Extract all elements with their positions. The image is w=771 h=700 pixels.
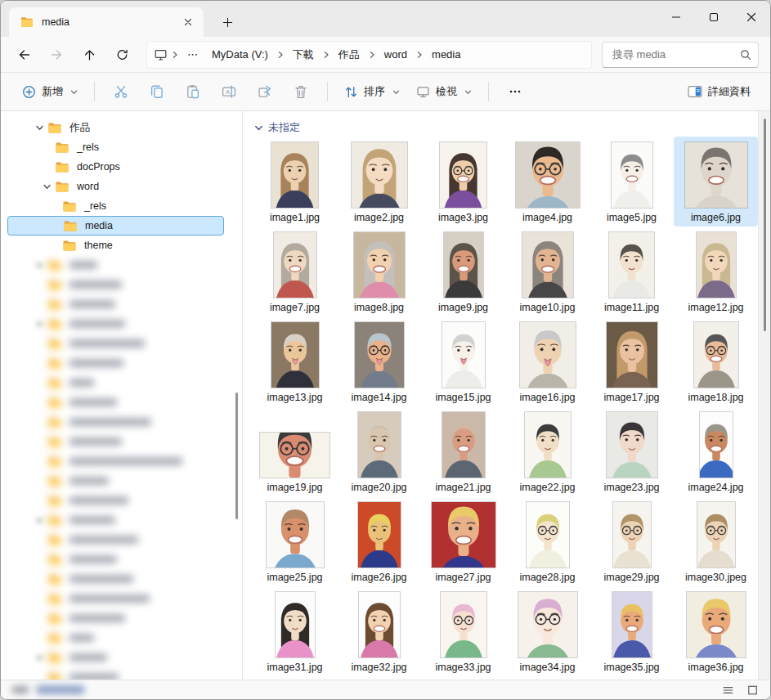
maximize-button[interactable] <box>695 1 733 34</box>
file-tile-image34.jpg[interactable]: image34.jpg <box>505 586 589 676</box>
tree-item-redacted[interactable] <box>7 667 224 680</box>
tree-item-redacted[interactable] <box>7 373 224 393</box>
cut-button[interactable] <box>103 77 139 106</box>
file-tile-image11.jpg[interactable]: image11.jpg <box>589 227 674 316</box>
tree-item-word[interactable]: word <box>7 177 224 196</box>
tree-item-redacted[interactable] <box>7 393 224 412</box>
tree-item-redacted[interactable] <box>7 471 224 491</box>
breadcrumb-item[interactable]: MyData (V:) <box>205 45 275 64</box>
tree-item-_rels[interactable]: _rels <box>7 196 224 216</box>
file-tile-image15.jpg[interactable]: image15.jpg <box>421 316 505 406</box>
content-scrollbar-thumb[interactable] <box>764 119 766 331</box>
tree-item-redacted[interactable] <box>7 628 224 648</box>
minimize-button[interactable] <box>657 1 695 34</box>
breadcrumb-item[interactable]: word <box>378 45 414 64</box>
rename-button[interactable]: A <box>211 77 247 106</box>
delete-button[interactable] <box>283 77 319 106</box>
refresh-button[interactable] <box>107 41 137 69</box>
file-tile-image30.jpeg[interactable]: image30.jpeg <box>674 496 758 586</box>
tab-close-button[interactable] <box>179 13 197 31</box>
file-tile-image16.jpg[interactable]: image16.jpg <box>505 316 589 406</box>
file-tile-image36.jpg[interactable]: image36.jpg <box>674 586 758 676</box>
thumbnail-view-toggle[interactable] <box>742 682 762 698</box>
up-button[interactable] <box>74 41 104 69</box>
file-tile-image4.jpg[interactable]: image4.jpg <box>505 137 589 227</box>
file-tile-image8.jpg[interactable]: image8.jpg <box>337 227 421 316</box>
file-tile-image13.jpg[interactable]: image13.jpg <box>253 316 337 406</box>
file-tile-image14.jpg[interactable]: image14.jpg <box>337 316 421 406</box>
sort-button[interactable]: 排序 <box>336 77 408 106</box>
file-tile-image31.jpg[interactable]: image31.jpg <box>253 586 337 676</box>
tree-item-redacted[interactable] <box>7 510 224 530</box>
share-button[interactable] <box>247 77 283 106</box>
tree-item-redacted[interactable] <box>7 530 224 550</box>
tree-item-redacted[interactable] <box>7 412 224 432</box>
file-tile-image12.jpg[interactable]: image12.jpg <box>674 227 758 316</box>
tree-item-redacted[interactable] <box>7 451 224 471</box>
file-tile-image24.jpg[interactable]: image24.jpg <box>674 406 758 496</box>
file-tile-image28.jpg[interactable]: image28.jpg <box>505 496 589 586</box>
details-view-toggle[interactable] <box>718 682 737 698</box>
forward-button[interactable] <box>42 41 71 69</box>
file-tile-image1.jpg[interactable]: image1.jpg <box>253 137 337 227</box>
tree-item-作品[interactable]: 作品 <box>7 118 224 137</box>
tree-expand-chevron[interactable] <box>31 123 47 132</box>
file-tile-image25.jpg[interactable]: image25.jpg <box>253 496 337 586</box>
file-tile-image3.jpg[interactable]: image3.jpg <box>421 137 505 227</box>
file-tile-image2.jpg[interactable]: image2.jpg <box>337 137 421 227</box>
group-header[interactable]: 未指定 <box>254 120 770 135</box>
file-tile-image21.jpg[interactable]: image21.jpg <box>421 406 505 496</box>
breadcrumb-item[interactable]: 下載 <box>286 44 321 65</box>
file-tile-image10.jpg[interactable]: image10.jpg <box>505 227 589 316</box>
breadcrumb-item[interactable]: 作品 <box>332 44 366 65</box>
copy-button[interactable] <box>139 77 175 106</box>
tree-item-redacted[interactable] <box>7 334 224 353</box>
tree-item-redacted[interactable] <box>7 314 224 334</box>
file-tile-image33.jpg[interactable]: image33.jpg <box>421 586 505 676</box>
back-button[interactable] <box>9 41 38 69</box>
tab-media[interactable]: media <box>9 7 204 37</box>
tree-expand-chevron[interactable] <box>38 182 55 191</box>
file-tile-image17.jpg[interactable]: image17.jpg <box>589 316 674 406</box>
tree-item-redacted[interactable] <box>7 255 224 275</box>
file-tile-image26.jpg[interactable]: image26.jpg <box>337 496 421 586</box>
tree-item-redacted[interactable] <box>7 608 224 628</box>
tree-item-redacted[interactable] <box>7 569 224 589</box>
file-tile-image6.jpg[interactable]: image6.jpg <box>674 137 758 227</box>
file-tile-image5.jpg[interactable]: image5.jpg <box>589 137 674 227</box>
tree-item-theme[interactable]: theme <box>7 236 224 255</box>
new-button[interactable]: 新增 <box>14 77 86 106</box>
paste-button[interactable] <box>175 77 211 106</box>
tree-item-redacted[interactable] <box>7 491 224 510</box>
file-tile-image22.jpg[interactable]: image22.jpg <box>505 406 589 496</box>
file-tile-image20.jpg[interactable]: image20.jpg <box>337 406 421 496</box>
file-tile-image19.jpg[interactable]: image19.jpg <box>253 406 337 496</box>
tree-item-_rels[interactable]: _rels <box>7 137 224 157</box>
tree-item-redacted[interactable] <box>7 432 224 451</box>
close-button[interactable] <box>733 1 770 34</box>
view-button[interactable]: 檢視 <box>408 77 480 106</box>
breadcrumb-overflow[interactable]: ⋯ <box>181 45 205 64</box>
tree-item-redacted[interactable] <box>7 550 224 569</box>
tree-item-redacted[interactable] <box>7 648 224 667</box>
tree-item-redacted[interactable] <box>7 294 224 314</box>
file-tile-image35.jpg[interactable]: image35.jpg <box>589 586 674 676</box>
more-button[interactable] <box>497 77 533 106</box>
search-input[interactable] <box>612 48 740 61</box>
file-tile-image27.jpg[interactable]: image27.jpg <box>421 496 505 586</box>
tree-item-redacted[interactable] <box>7 353 224 373</box>
file-tile-image18.jpg[interactable]: image18.jpg <box>674 316 758 406</box>
file-tile-image7.jpg[interactable]: image7.jpg <box>253 227 337 316</box>
file-tile-image32.jpg[interactable]: image32.jpg <box>337 586 421 676</box>
details-pane-button[interactable]: 詳細資料 <box>679 77 759 106</box>
new-tab-button[interactable] <box>213 10 241 34</box>
sidebar-scrollbar[interactable] <box>235 393 238 519</box>
tree-item-docProps[interactable]: docProps <box>7 157 224 177</box>
file-tile-image23.jpg[interactable]: image23.jpg <box>589 406 674 496</box>
content-scrollbar-track[interactable] <box>758 111 770 680</box>
tree-item-redacted[interactable] <box>7 589 224 608</box>
tree-item-media[interactable]: media <box>7 216 224 236</box>
file-tile-image9.jpg[interactable]: image9.jpg <box>421 227 505 316</box>
breadcrumb-item[interactable]: media <box>425 45 467 64</box>
tree-item-redacted[interactable] <box>7 275 224 294</box>
